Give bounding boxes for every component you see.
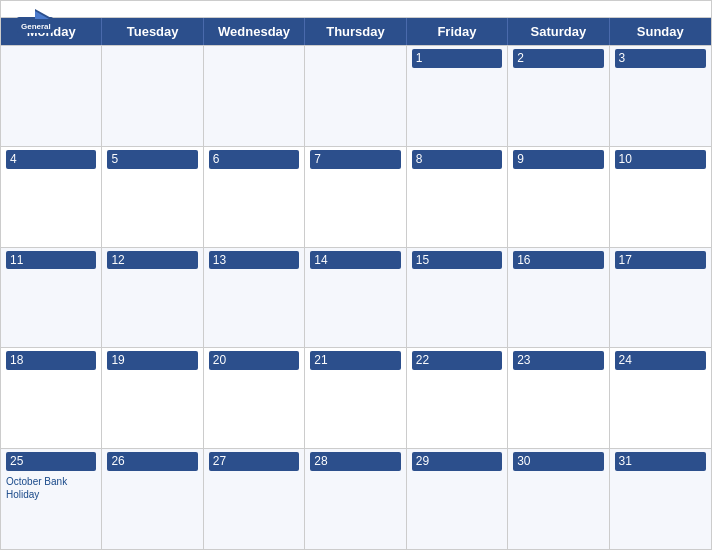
- calendar-header: General: [1, 1, 711, 17]
- day-number: 19: [107, 351, 197, 370]
- day-number: 16: [513, 251, 603, 270]
- day-number: 6: [209, 150, 299, 169]
- day-header-friday: Friday: [407, 18, 508, 45]
- day-number: 21: [310, 351, 400, 370]
- day-cell: 20: [204, 348, 305, 448]
- logo-icon: General: [17, 9, 53, 33]
- day-header-saturday: Saturday: [508, 18, 609, 45]
- day-cell: 12: [102, 248, 203, 348]
- day-number: 31: [615, 452, 706, 471]
- day-number: 9: [513, 150, 603, 169]
- day-header-tuesday: Tuesday: [102, 18, 203, 45]
- day-number: 1: [412, 49, 502, 68]
- day-cell: 22: [407, 348, 508, 448]
- calendar-grid: MondayTuesdayWednesdayThursdayFridaySatu…: [1, 17, 711, 549]
- week-row-5: 25October Bank Holiday262728293031: [1, 448, 711, 549]
- svg-text:General: General: [21, 22, 51, 31]
- day-header-thursday: Thursday: [305, 18, 406, 45]
- day-number: 12: [107, 251, 197, 270]
- day-number: 22: [412, 351, 502, 370]
- day-number: 10: [615, 150, 706, 169]
- day-cell: [1, 46, 102, 146]
- day-cell: [204, 46, 305, 146]
- day-cell: 31: [610, 449, 711, 549]
- day-cell: 18: [1, 348, 102, 448]
- day-number: 13: [209, 251, 299, 270]
- day-number: 7: [310, 150, 400, 169]
- day-number: 24: [615, 351, 706, 370]
- day-number: 20: [209, 351, 299, 370]
- day-number: 14: [310, 251, 400, 270]
- calendar: General MondayTuesdayWednesdayThursdayFr…: [0, 0, 712, 550]
- day-number: 8: [412, 150, 502, 169]
- day-cell: 21: [305, 348, 406, 448]
- day-cell: 26: [102, 449, 203, 549]
- day-number: 27: [209, 452, 299, 471]
- day-cell: 3: [610, 46, 711, 146]
- week-row-4: 18192021222324: [1, 347, 711, 448]
- day-number: 5: [107, 150, 197, 169]
- day-cell: 14: [305, 248, 406, 348]
- day-cell: 10: [610, 147, 711, 247]
- day-cell: 6: [204, 147, 305, 247]
- day-cell: 23: [508, 348, 609, 448]
- day-cell: 19: [102, 348, 203, 448]
- day-number: 18: [6, 351, 96, 370]
- holiday-text: October Bank Holiday: [6, 475, 96, 501]
- day-number: 17: [615, 251, 706, 270]
- day-cell: 25October Bank Holiday: [1, 449, 102, 549]
- day-cell: 16: [508, 248, 609, 348]
- week-row-1: 123: [1, 45, 711, 146]
- day-number: 30: [513, 452, 603, 471]
- day-number: 3: [615, 49, 706, 68]
- weeks-container: 1234567891011121314151617181920212223242…: [1, 45, 711, 549]
- day-cell: 9: [508, 147, 609, 247]
- day-number: 11: [6, 251, 96, 270]
- day-cell: 27: [204, 449, 305, 549]
- day-cell: [305, 46, 406, 146]
- logo: General: [17, 9, 53, 32]
- day-number: 28: [310, 452, 400, 471]
- day-cell: 11: [1, 248, 102, 348]
- day-number: 25: [6, 452, 96, 471]
- day-cell: 15: [407, 248, 508, 348]
- day-cell: [102, 46, 203, 146]
- day-cell: 29: [407, 449, 508, 549]
- day-number: 4: [6, 150, 96, 169]
- day-cell: 13: [204, 248, 305, 348]
- day-header-wednesday: Wednesday: [204, 18, 305, 45]
- day-cell: 24: [610, 348, 711, 448]
- day-cell: 28: [305, 449, 406, 549]
- day-cell: 1: [407, 46, 508, 146]
- day-header-sunday: Sunday: [610, 18, 711, 45]
- day-cell: 7: [305, 147, 406, 247]
- day-cell: 17: [610, 248, 711, 348]
- day-number: 2: [513, 49, 603, 68]
- day-cell: 4: [1, 147, 102, 247]
- day-cell: 8: [407, 147, 508, 247]
- day-cell: 5: [102, 147, 203, 247]
- day-number: 15: [412, 251, 502, 270]
- day-headers: MondayTuesdayWednesdayThursdayFridaySatu…: [1, 18, 711, 45]
- week-row-2: 45678910: [1, 146, 711, 247]
- week-row-3: 11121314151617: [1, 247, 711, 348]
- day-number: 23: [513, 351, 603, 370]
- day-cell: 30: [508, 449, 609, 549]
- day-cell: 2: [508, 46, 609, 146]
- day-number: 29: [412, 452, 502, 471]
- day-number: 26: [107, 452, 197, 471]
